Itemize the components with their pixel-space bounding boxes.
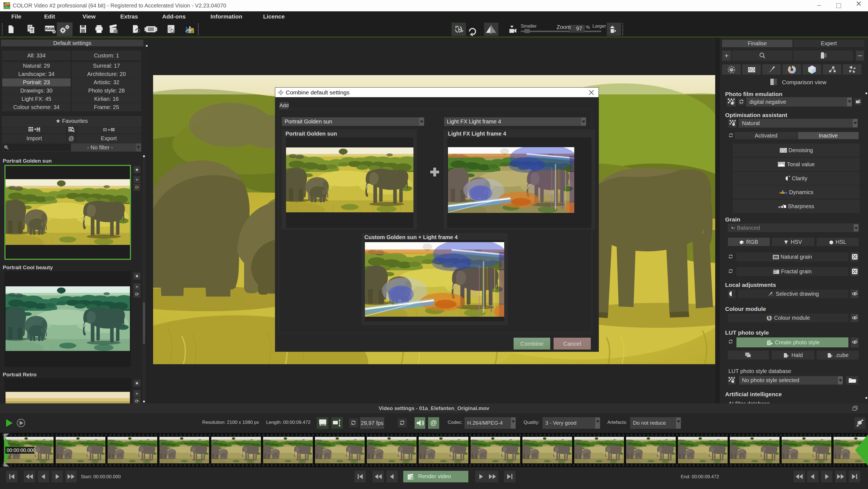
svg-text:+: + bbox=[107, 127, 110, 132]
svg-text:00:00:00.000: 00:00:00.000 bbox=[7, 448, 36, 453]
svg-text:RAW: RAW bbox=[45, 27, 54, 31]
